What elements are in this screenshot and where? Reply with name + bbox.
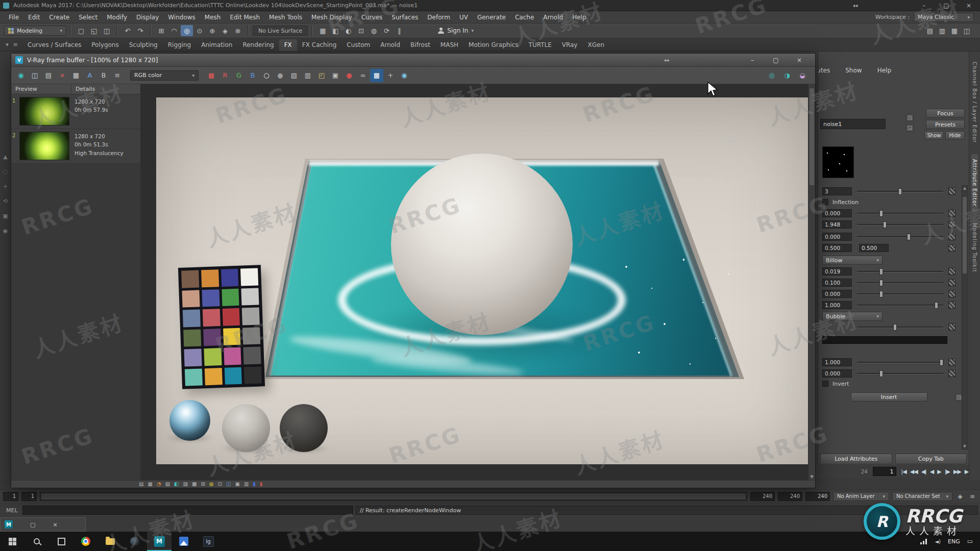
vfb-save-image-icon[interactable]: ◫	[28, 69, 41, 82]
pause-icon[interactable]: ∥	[393, 25, 405, 36]
menu-set-dropdown[interactable]: Modeling▾	[4, 26, 66, 36]
render-sequence-icon[interactable]: ⟳	[380, 25, 393, 36]
mini-maximize-button[interactable]: ▢	[30, 521, 35, 528]
vfb-compare-a-icon[interactable]: A	[83, 69, 96, 82]
task-view-button[interactable]	[49, 532, 74, 551]
menu-item[interactable]: Modify	[102, 14, 132, 21]
anim-preferences-icon[interactable]: ≡	[968, 493, 977, 500]
vfb-pixel-info-icon[interactable]: ◉	[398, 69, 411, 82]
vfb-status-icon[interactable]: ▨	[183, 482, 188, 487]
texture-map-button[interactable]	[948, 210, 955, 217]
photos-taskbar-button[interactable]	[172, 532, 196, 551]
texture-map-button[interactable]	[948, 188, 955, 195]
slider-handle[interactable]	[883, 221, 887, 228]
copy-tab-button[interactable]: Copy Tab	[895, 454, 967, 464]
vfb-icc-profile-icon[interactable]: ◒	[796, 69, 809, 82]
shelf-list-icon[interactable]: ≡	[11, 41, 19, 48]
slider-handle[interactable]	[898, 188, 902, 195]
render-view-scrollbar[interactable]: ▼	[808, 84, 815, 480]
menu-item[interactable]: Display	[132, 14, 163, 21]
scale-tool-icon[interactable]: ▣	[3, 213, 8, 219]
panel-tab[interactable]: Attribute Editor	[971, 154, 978, 212]
shelf-tab[interactable]: Curves / Surfaces	[22, 39, 86, 51]
texture-map-button[interactable]	[948, 221, 955, 228]
attr-slider[interactable]	[857, 236, 943, 238]
noise-texture-swatch[interactable]	[822, 146, 854, 178]
render-viewport[interactable]	[141, 84, 808, 480]
menu-item[interactable]: Windows	[163, 14, 200, 21]
vfb-status-icon[interactable]: ⊞	[201, 482, 205, 487]
move-tool-icon[interactable]: +	[3, 183, 8, 190]
menu-item[interactable]: Generate	[473, 14, 510, 21]
menu-item[interactable]: UV	[455, 14, 473, 21]
vfb-link-icon[interactable]: ∞	[356, 69, 370, 82]
shelf-tab[interactable]: Custom	[341, 39, 375, 51]
redo-icon[interactable]: ↷	[134, 25, 146, 36]
menu-item[interactable]: Curves	[357, 14, 387, 21]
invert-checkbox[interactable]	[822, 381, 828, 387]
restore-size-icon[interactable]: ↔	[844, 2, 867, 9]
render-history-item[interactable]: 2 1280 x 720 0h 0m 51.3s High Translucen…	[11, 129, 140, 164]
render-current-frame-icon[interactable]: ◧	[329, 25, 341, 36]
texture-map-button[interactable]	[948, 290, 955, 297]
slider-handle[interactable]	[879, 210, 883, 217]
collapsed-window-titlebar[interactable]: M ▢ ×	[0, 517, 86, 532]
attr-value-field[interactable]: 0.000	[822, 290, 852, 298]
slider-handle[interactable]	[907, 234, 911, 240]
menu-item[interactable]: Select	[74, 14, 102, 21]
vfb-maximize-button[interactable]: ▢	[764, 57, 788, 64]
menu-item[interactable]: Create	[44, 14, 74, 21]
vfb-menu-icon[interactable]: ≡	[111, 69, 124, 82]
last-tool-icon[interactable]: ◉	[3, 228, 8, 234]
vfb-status-icon[interactable]: ◔	[157, 482, 161, 487]
attr-value-field[interactable]: 0.500	[859, 244, 889, 252]
vfb-region-render-icon[interactable]: ▦	[370, 69, 383, 82]
texture-map-button[interactable]	[948, 370, 955, 377]
shelf-tab[interactable]: TURTLE	[524, 39, 557, 51]
attr-slider[interactable]	[857, 271, 943, 272]
expand-up-icon[interactable]: ◳	[906, 114, 914, 121]
step-forward-key-button[interactable]: |▶	[945, 468, 950, 475]
language-indicator[interactable]: ENG	[948, 538, 960, 545]
mini-close-button[interactable]: ×	[53, 521, 57, 528]
snap-point-icon[interactable]: ◎	[181, 25, 193, 36]
attr-value-field[interactable]: 0.000	[822, 369, 852, 378]
play-backward-button[interactable]: ◀	[930, 468, 934, 475]
attr-slider[interactable]	[857, 293, 943, 295]
attr-slider[interactable]	[857, 362, 943, 363]
shelf-tab[interactable]: Motion Graphics	[463, 39, 524, 51]
attr-value-field[interactable]: 1.000	[822, 301, 852, 309]
playback-end-field[interactable]: 240	[750, 492, 775, 501]
current-frame-field[interactable]: 1	[873, 467, 896, 476]
shelf-options-icon[interactable]: ▾	[3, 41, 11, 48]
shelf-tab[interactable]: FX Caching	[297, 39, 341, 51]
texture-map-button[interactable]	[948, 323, 955, 331]
hypershade-icon[interactable]: ◍	[368, 25, 380, 36]
attr-slider[interactable]	[857, 224, 943, 226]
play-forward-button[interactable]: ▶	[937, 468, 941, 475]
texture-map-button[interactable]	[948, 233, 955, 240]
slider-handle[interactable]	[935, 302, 938, 309]
attr-slider[interactable]	[857, 327, 943, 328]
step-forward-frame-button[interactable]: ▶▶	[953, 468, 961, 475]
shelf-tab[interactable]: Rigging	[163, 39, 196, 51]
node-name-field[interactable]: noise1	[820, 119, 886, 129]
slider-handle[interactable]	[879, 280, 883, 286]
vfb-status-icon[interactable]: ▩	[192, 482, 197, 487]
shelf-tab[interactable]: Animation	[196, 39, 237, 51]
expand-down-icon[interactable]: ◲	[906, 124, 914, 132]
toggle-channel-box-icon[interactable]: ▤	[924, 25, 936, 36]
attr-slider[interactable]	[857, 373, 943, 374]
vfb-open-folder-icon[interactable]: ◰	[315, 69, 328, 82]
texture-map-button[interactable]	[948, 268, 955, 275]
shelf-tab[interactable]: VRay	[557, 39, 583, 51]
menu-item[interactable]: Edit	[23, 14, 44, 21]
character-set-dropdown[interactable]: No Character Set▾	[892, 492, 952, 501]
range-end-field[interactable]: 240	[805, 492, 830, 501]
texture-map-button[interactable]	[948, 302, 955, 309]
vfb-green-channel-button[interactable]: G	[232, 69, 246, 82]
inflection-checkbox[interactable]	[822, 199, 828, 205]
vfb-alpha-channel-button[interactable]: ○	[260, 69, 273, 82]
noise-type-dropdown[interactable]: Billow▾	[822, 256, 883, 265]
toggle-modeling-toolkit-icon[interactable]: ◫	[961, 25, 973, 36]
